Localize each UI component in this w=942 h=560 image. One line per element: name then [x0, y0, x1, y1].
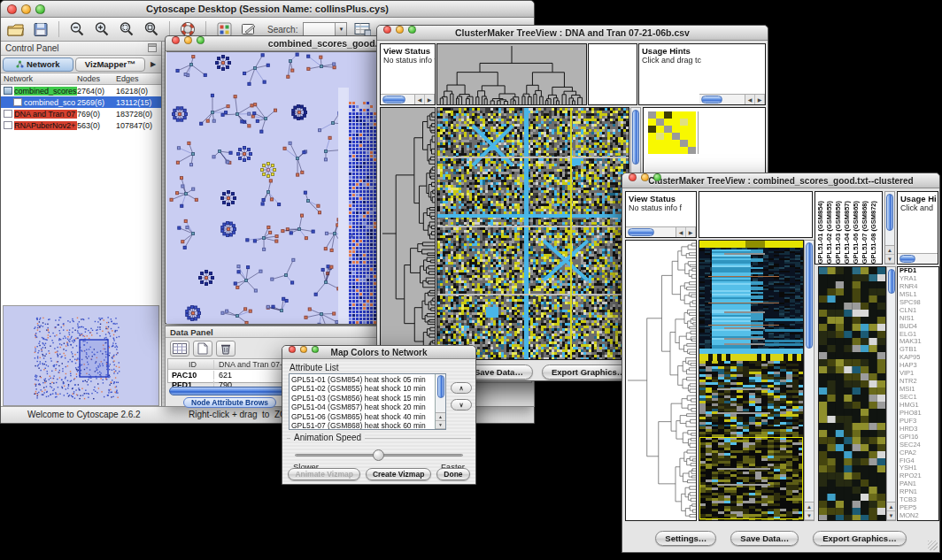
- zoom-button[interactable]: [408, 26, 416, 34]
- vscrollbar[interactable]: ▲▼: [884, 191, 895, 265]
- usage-hints-panel: Usage Hints Click and drag tc ◀▶: [638, 43, 766, 105]
- network-name: combined_sco: [24, 98, 77, 107]
- network-table-header[interactable]: Network Nodes Edges: [1, 73, 161, 85]
- zoom-button[interactable]: [197, 36, 205, 44]
- network-nodes-count: 769(0): [77, 110, 116, 119]
- network-overview-panel[interactable]: [3, 305, 159, 406]
- column-dendrogram[interactable]: [436, 43, 587, 105]
- window-title: ClusterMaker TreeView : combined_scores_…: [622, 176, 939, 186]
- column-label[interactable]: GPL51-02 (GSM855): [825, 201, 834, 264]
- treeview-button[interactable]: Export Graphics…: [813, 531, 906, 546]
- search-label: Search:: [267, 25, 297, 35]
- attribute-list-item[interactable]: GPL51-02 (GSM855) heat shock 10 min: [291, 384, 435, 393]
- main-titlebar[interactable]: Cytoscape Desktop (Session Name: collins…: [1, 1, 534, 18]
- column-label[interactable]: GPL51-07 (GSM868): [861, 201, 869, 264]
- attribute-list-item[interactable]: GPL51-01 (GSM854) heat shock 05 min: [291, 375, 435, 384]
- column-label[interactable]: GPL51-08 (GSM872): [869, 201, 878, 264]
- attribute-list-item[interactable]: GPL51-04 (GSM857) heat shock 20 min: [291, 403, 435, 411]
- close-button[interactable]: [629, 173, 637, 181]
- zoom-in-icon[interactable]: [92, 20, 112, 38]
- combo-arrow-icon[interactable]: ▼: [335, 23, 346, 35]
- tab-vizmapper[interactable]: VizMapper™: [75, 58, 146, 72]
- network-row[interactable]: DNA and Tran 07 769(0) 183728(0): [1, 108, 161, 119]
- close-button[interactable]: [7, 4, 17, 14]
- zoom-button[interactable]: [312, 346, 319, 353]
- tab-network[interactable]: Network: [3, 58, 73, 72]
- treeview-dna-titlebar[interactable]: ClusterMaker TreeView : DNA and Tran 07-…: [377, 26, 768, 41]
- animation-speed-label: Animation Speed: [290, 433, 365, 442]
- network-row-icon: [4, 110, 12, 118]
- zoom-button[interactable]: [653, 173, 661, 181]
- select-attributes-icon[interactable]: [170, 341, 189, 357]
- column-label[interactable]: GPL51-04 (GSM857): [843, 201, 852, 264]
- minimize-button[interactable]: [641, 173, 649, 181]
- animation-speed-slider[interactable]: [295, 454, 463, 456]
- network-name: RNAPuberNov2+: [14, 121, 77, 130]
- zoom-heatmap[interactable]: [648, 111, 699, 154]
- move-up-button[interactable]: ∧: [451, 382, 472, 394]
- tab-overflow-arrow[interactable]: ▶: [147, 60, 159, 68]
- zoom-button[interactable]: [35, 4, 45, 14]
- node-attribute-browser-button[interactable]: Node Attribute Brows: [183, 397, 276, 408]
- open-session-icon[interactable]: [6, 20, 26, 38]
- zoom-fit-icon[interactable]: [142, 20, 161, 38]
- row-dendrogram[interactable]: [625, 240, 697, 521]
- network-overview-thumbnail[interactable]: [7, 310, 156, 402]
- float-panel-icon[interactable]: [148, 43, 157, 54]
- close-button[interactable]: [289, 346, 296, 353]
- dialog-button[interactable]: Animate Vizmap: [288, 468, 360, 480]
- scroll-down-icon: ▼: [436, 421, 445, 429]
- attribute-list-item[interactable]: GPL51-06 (GSM865) heat shock 40 min: [291, 412, 435, 421]
- dialog-titlebar[interactable]: Map Colors to Network: [282, 346, 475, 359]
- vscrollbar[interactable]: ▲▼: [804, 240, 815, 521]
- hscrollbar[interactable]: ◀▶: [626, 226, 696, 237]
- hscrollbar[interactable]: ◀▶: [699, 94, 765, 104]
- column-label[interactable]: GPL51-03 (GSM856): [834, 201, 843, 264]
- treeview-combined-titlebar[interactable]: ClusterMaker TreeView : combined_scores_…: [622, 173, 939, 188]
- close-button[interactable]: [383, 26, 391, 34]
- network-row[interactable]: combined_scores 2764(0) 16218(0): [1, 85, 161, 96]
- scroll-up-icon: ▲: [887, 502, 895, 511]
- network-row[interactable]: combined_sco 2569(6) 13112(15): [1, 96, 161, 108]
- hscrollbar[interactable]: ◀▶: [381, 94, 435, 104]
- gene-label[interactable]: MON2: [900, 512, 938, 520]
- global-heatmap[interactable]: [436, 107, 629, 360]
- column-label[interactable]: GPL51-06 (GSM865): [852, 201, 861, 264]
- scroll-down-icon: ▼: [885, 255, 894, 264]
- minimize-button[interactable]: [21, 4, 31, 14]
- window-title: Cytoscape Desktop (Session Name: collins…: [1, 4, 534, 14]
- network-row[interactable]: RNAPuberNov2+ 563(0) 107847(0): [1, 119, 161, 131]
- zoom-heatmap[interactable]: [818, 266, 886, 521]
- scroll-down-icon: ▼: [805, 511, 814, 520]
- column-dendrogram[interactable]: [699, 191, 813, 238]
- move-down-button[interactable]: ∨: [451, 399, 472, 410]
- vscrollbar[interactable]: ▲▼: [435, 374, 445, 429]
- treeview-button[interactable]: Save Data…: [730, 531, 799, 546]
- row-dendrogram[interactable]: [380, 107, 436, 360]
- animation-speed-group: Animation Speed: [287, 438, 471, 439]
- delete-attribute-icon[interactable]: [216, 341, 236, 357]
- slider-knob[interactable]: [373, 449, 384, 461]
- attribute-list-item[interactable]: GPL51-07 (GSM868) heat shock 60 min: [291, 421, 435, 429]
- attribute-list-item[interactable]: GPL51-03 (GSM856) heat shock 15 min: [291, 394, 435, 403]
- search-combobox[interactable]: ▼: [303, 22, 347, 36]
- column-label[interactable]: GPL51-01 (GSM854): [816, 201, 825, 264]
- resize-grip[interactable]: [928, 541, 938, 550]
- minimize-button[interactable]: [396, 26, 404, 34]
- minimize-button[interactable]: [184, 36, 192, 44]
- treeview-button[interactable]: Settings…: [655, 531, 716, 546]
- attribute-list-label: Attribute List: [290, 363, 339, 372]
- minimize-button[interactable]: [300, 346, 307, 353]
- vscrollbar[interactable]: ▲▼: [886, 266, 896, 521]
- dialog-button[interactable]: Create Vizmap: [366, 468, 431, 480]
- desktop: Cytoscape Desktop (Session Name: collins…: [0, 0, 942, 560]
- dialog-button[interactable]: Done: [436, 468, 469, 480]
- zoom-out-icon[interactable]: [67, 20, 87, 38]
- global-heatmap[interactable]: [699, 240, 804, 521]
- close-button[interactable]: [172, 36, 180, 44]
- create-attribute-icon[interactable]: [193, 341, 212, 357]
- zoom-selected-icon[interactable]: [117, 20, 136, 38]
- view-status-panel: View Status No status info f ◀▶: [380, 43, 436, 105]
- save-session-icon[interactable]: [31, 20, 50, 38]
- hscrollbar[interactable]: [898, 253, 938, 264]
